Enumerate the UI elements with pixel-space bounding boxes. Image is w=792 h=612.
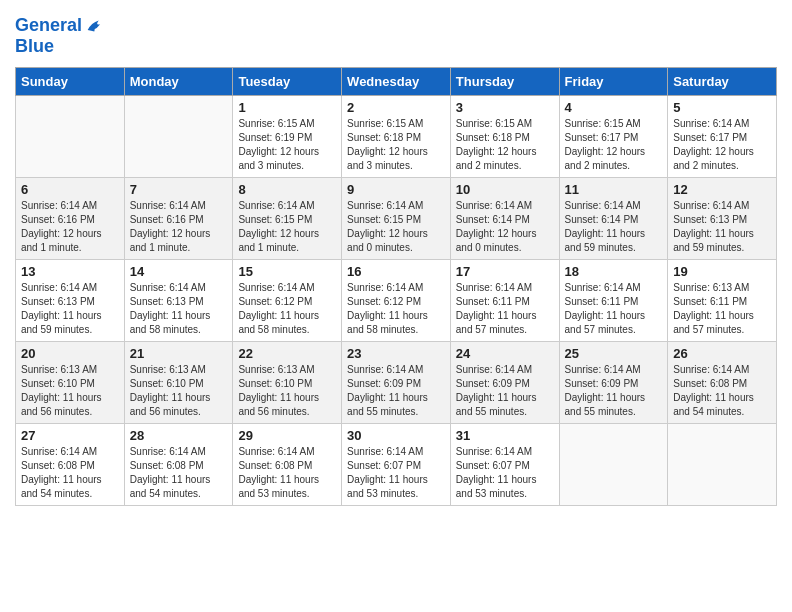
day-number: 24	[456, 346, 554, 361]
day-cell: 13Sunrise: 6:14 AMSunset: 6:13 PMDayligh…	[16, 259, 125, 341]
day-info: Sunrise: 6:14 AMSunset: 6:13 PMDaylight:…	[21, 281, 119, 337]
day-cell: 25Sunrise: 6:14 AMSunset: 6:09 PMDayligh…	[559, 341, 668, 423]
day-number: 1	[238, 100, 336, 115]
day-info: Sunrise: 6:14 AMSunset: 6:15 PMDaylight:…	[347, 199, 445, 255]
day-info: Sunrise: 6:14 AMSunset: 6:12 PMDaylight:…	[347, 281, 445, 337]
day-number: 3	[456, 100, 554, 115]
day-cell: 15Sunrise: 6:14 AMSunset: 6:12 PMDayligh…	[233, 259, 342, 341]
day-number: 9	[347, 182, 445, 197]
day-cell: 11Sunrise: 6:14 AMSunset: 6:14 PMDayligh…	[559, 177, 668, 259]
day-cell: 27Sunrise: 6:14 AMSunset: 6:08 PMDayligh…	[16, 423, 125, 505]
col-header-friday: Friday	[559, 67, 668, 95]
day-cell: 20Sunrise: 6:13 AMSunset: 6:10 PMDayligh…	[16, 341, 125, 423]
day-info: Sunrise: 6:14 AMSunset: 6:17 PMDaylight:…	[673, 117, 771, 173]
day-cell	[559, 423, 668, 505]
day-number: 31	[456, 428, 554, 443]
day-info: Sunrise: 6:14 AMSunset: 6:12 PMDaylight:…	[238, 281, 336, 337]
day-cell: 1Sunrise: 6:15 AMSunset: 6:19 PMDaylight…	[233, 95, 342, 177]
day-number: 5	[673, 100, 771, 115]
day-number: 14	[130, 264, 228, 279]
day-cell	[124, 95, 233, 177]
day-number: 10	[456, 182, 554, 197]
day-number: 21	[130, 346, 228, 361]
day-info: Sunrise: 6:14 AMSunset: 6:13 PMDaylight:…	[673, 199, 771, 255]
logo-text: General	[15, 16, 82, 36]
day-cell: 7Sunrise: 6:14 AMSunset: 6:16 PMDaylight…	[124, 177, 233, 259]
col-header-thursday: Thursday	[450, 67, 559, 95]
day-cell: 19Sunrise: 6:13 AMSunset: 6:11 PMDayligh…	[668, 259, 777, 341]
week-row-1: 1Sunrise: 6:15 AMSunset: 6:19 PMDaylight…	[16, 95, 777, 177]
calendar: SundayMondayTuesdayWednesdayThursdayFrid…	[15, 67, 777, 506]
day-info: Sunrise: 6:13 AMSunset: 6:10 PMDaylight:…	[21, 363, 119, 419]
day-number: 7	[130, 182, 228, 197]
day-info: Sunrise: 6:15 AMSunset: 6:18 PMDaylight:…	[456, 117, 554, 173]
day-cell: 29Sunrise: 6:14 AMSunset: 6:08 PMDayligh…	[233, 423, 342, 505]
day-info: Sunrise: 6:14 AMSunset: 6:15 PMDaylight:…	[238, 199, 336, 255]
day-cell	[16, 95, 125, 177]
day-info: Sunrise: 6:14 AMSunset: 6:08 PMDaylight:…	[21, 445, 119, 501]
day-info: Sunrise: 6:14 AMSunset: 6:11 PMDaylight:…	[456, 281, 554, 337]
day-info: Sunrise: 6:14 AMSunset: 6:14 PMDaylight:…	[456, 199, 554, 255]
day-cell: 16Sunrise: 6:14 AMSunset: 6:12 PMDayligh…	[342, 259, 451, 341]
day-number: 22	[238, 346, 336, 361]
day-number: 11	[565, 182, 663, 197]
logo-bird-icon	[84, 15, 106, 37]
day-number: 30	[347, 428, 445, 443]
week-row-4: 20Sunrise: 6:13 AMSunset: 6:10 PMDayligh…	[16, 341, 777, 423]
logo: General Blue	[15, 15, 106, 57]
day-cell: 14Sunrise: 6:14 AMSunset: 6:13 PMDayligh…	[124, 259, 233, 341]
day-info: Sunrise: 6:14 AMSunset: 6:16 PMDaylight:…	[130, 199, 228, 255]
logo-blue-text: Blue	[15, 37, 106, 57]
day-cell: 5Sunrise: 6:14 AMSunset: 6:17 PMDaylight…	[668, 95, 777, 177]
day-cell: 24Sunrise: 6:14 AMSunset: 6:09 PMDayligh…	[450, 341, 559, 423]
day-number: 25	[565, 346, 663, 361]
day-info: Sunrise: 6:14 AMSunset: 6:07 PMDaylight:…	[456, 445, 554, 501]
day-info: Sunrise: 6:14 AMSunset: 6:08 PMDaylight:…	[673, 363, 771, 419]
col-header-sunday: Sunday	[16, 67, 125, 95]
day-number: 12	[673, 182, 771, 197]
day-number: 29	[238, 428, 336, 443]
day-number: 6	[21, 182, 119, 197]
day-cell: 10Sunrise: 6:14 AMSunset: 6:14 PMDayligh…	[450, 177, 559, 259]
day-cell: 9Sunrise: 6:14 AMSunset: 6:15 PMDaylight…	[342, 177, 451, 259]
day-info: Sunrise: 6:14 AMSunset: 6:11 PMDaylight:…	[565, 281, 663, 337]
day-cell: 6Sunrise: 6:14 AMSunset: 6:16 PMDaylight…	[16, 177, 125, 259]
day-number: 13	[21, 264, 119, 279]
day-number: 15	[238, 264, 336, 279]
day-info: Sunrise: 6:14 AMSunset: 6:08 PMDaylight:…	[238, 445, 336, 501]
day-number: 19	[673, 264, 771, 279]
day-cell: 23Sunrise: 6:14 AMSunset: 6:09 PMDayligh…	[342, 341, 451, 423]
day-info: Sunrise: 6:14 AMSunset: 6:09 PMDaylight:…	[347, 363, 445, 419]
day-number: 23	[347, 346, 445, 361]
day-number: 8	[238, 182, 336, 197]
day-number: 17	[456, 264, 554, 279]
day-number: 4	[565, 100, 663, 115]
day-cell	[668, 423, 777, 505]
page: General Blue SundayMondayTuesdayWednesda…	[0, 0, 792, 612]
day-cell: 12Sunrise: 6:14 AMSunset: 6:13 PMDayligh…	[668, 177, 777, 259]
day-number: 18	[565, 264, 663, 279]
day-cell: 31Sunrise: 6:14 AMSunset: 6:07 PMDayligh…	[450, 423, 559, 505]
day-info: Sunrise: 6:15 AMSunset: 6:17 PMDaylight:…	[565, 117, 663, 173]
day-number: 2	[347, 100, 445, 115]
day-cell: 8Sunrise: 6:14 AMSunset: 6:15 PMDaylight…	[233, 177, 342, 259]
day-cell: 28Sunrise: 6:14 AMSunset: 6:08 PMDayligh…	[124, 423, 233, 505]
day-number: 20	[21, 346, 119, 361]
day-cell: 26Sunrise: 6:14 AMSunset: 6:08 PMDayligh…	[668, 341, 777, 423]
day-info: Sunrise: 6:14 AMSunset: 6:16 PMDaylight:…	[21, 199, 119, 255]
week-row-3: 13Sunrise: 6:14 AMSunset: 6:13 PMDayligh…	[16, 259, 777, 341]
day-cell: 17Sunrise: 6:14 AMSunset: 6:11 PMDayligh…	[450, 259, 559, 341]
day-cell: 18Sunrise: 6:14 AMSunset: 6:11 PMDayligh…	[559, 259, 668, 341]
day-info: Sunrise: 6:13 AMSunset: 6:11 PMDaylight:…	[673, 281, 771, 337]
day-info: Sunrise: 6:14 AMSunset: 6:14 PMDaylight:…	[565, 199, 663, 255]
day-number: 27	[21, 428, 119, 443]
day-cell: 22Sunrise: 6:13 AMSunset: 6:10 PMDayligh…	[233, 341, 342, 423]
day-info: Sunrise: 6:14 AMSunset: 6:13 PMDaylight:…	[130, 281, 228, 337]
col-header-tuesday: Tuesday	[233, 67, 342, 95]
day-cell: 3Sunrise: 6:15 AMSunset: 6:18 PMDaylight…	[450, 95, 559, 177]
week-row-2: 6Sunrise: 6:14 AMSunset: 6:16 PMDaylight…	[16, 177, 777, 259]
calendar-header-row: SundayMondayTuesdayWednesdayThursdayFrid…	[16, 67, 777, 95]
day-number: 26	[673, 346, 771, 361]
day-number: 16	[347, 264, 445, 279]
day-cell: 21Sunrise: 6:13 AMSunset: 6:10 PMDayligh…	[124, 341, 233, 423]
